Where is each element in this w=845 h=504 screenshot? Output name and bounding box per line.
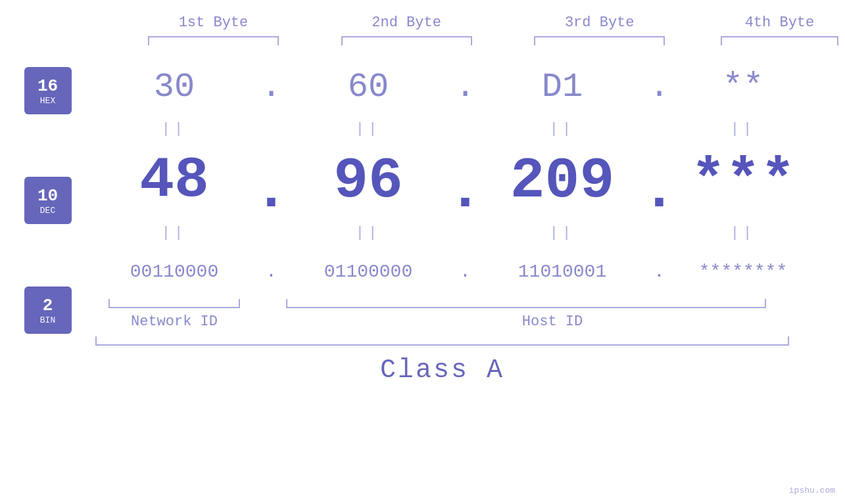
byte4-header: 4th Byte — [714, 14, 845, 31]
bracket-byte1 — [148, 36, 279, 45]
data-columns: 30 . 60 . D1 . ** — [95, 57, 845, 385]
hex-row: 30 . 60 . D1 . ** — [95, 57, 845, 116]
dec-dot1: . — [253, 139, 289, 223]
main-data-section: 16 HEX 10 DEC 2 BIN 30 — [0, 57, 845, 385]
page-container: 1st Byte 2nd Byte 3rd Byte 4th Byte — [0, 0, 845, 504]
bracket-byte2 — [341, 36, 472, 45]
equals-row-1: || || || || — [95, 116, 845, 141]
bracket-byte3 — [534, 36, 665, 45]
hex-badge: 16 HEX — [24, 67, 72, 114]
top-brackets — [135, 36, 845, 45]
hex-dot2: . — [447, 68, 483, 106]
equals-row-2: || || || || — [95, 220, 845, 245]
bracket-network-id — [109, 299, 240, 308]
bin-row: 00110000 . 01100000 . 11010001 . — [95, 245, 845, 298]
byte3-header: 3rd Byte — [521, 14, 678, 31]
bin-dot1: . — [253, 262, 289, 282]
dec-byte2: 96 — [289, 149, 447, 214]
id-labels: Network ID Host ID — [95, 313, 845, 330]
bracket-host-id — [286, 299, 766, 308]
hex-byte4: ** — [677, 68, 809, 106]
network-id-label: Network ID — [95, 313, 253, 330]
bin-badge: 2 BIN — [24, 286, 72, 334]
hex-dot1: . — [253, 68, 289, 106]
bin-dot3: . — [641, 262, 677, 282]
bin-byte1: 00110000 — [95, 262, 253, 282]
bin-dot2: . — [447, 262, 483, 282]
bin-byte2: 01100000 — [289, 262, 447, 282]
bin-byte3: 11010001 — [483, 262, 641, 282]
hex-byte3: D1 — [483, 68, 641, 106]
dec-byte4: *** — [677, 149, 809, 214]
watermark: ipshu.com — [789, 484, 835, 496]
dec-byte3: 209 — [483, 149, 641, 214]
badges-column: 16 HEX 10 DEC 2 BIN — [0, 57, 95, 334]
hex-dot3: . — [641, 68, 677, 106]
hex-byte2: 60 — [289, 68, 447, 106]
bottom-brackets — [95, 299, 845, 308]
byte2-header: 2nd Byte — [328, 14, 485, 31]
host-id-label: Host ID — [289, 313, 815, 330]
hex-byte1: 30 — [95, 68, 253, 106]
dec-dot2: . — [447, 139, 483, 223]
bracket-all — [95, 336, 789, 346]
class-label: Class A — [95, 355, 789, 385]
dec-byte1: 48 — [95, 152, 253, 210]
dec-row: 48 . 96 . 209 . *** — [95, 141, 845, 220]
byte1-header: 1st Byte — [135, 14, 292, 31]
bin-byte4: ******** — [677, 262, 809, 282]
dec-badge: 10 DEC — [24, 177, 72, 224]
bracket-byte4 — [721, 36, 838, 45]
dec-dot3: . — [641, 139, 677, 223]
byte-headers: 1st Byte 2nd Byte 3rd Byte 4th Byte — [135, 14, 845, 31]
